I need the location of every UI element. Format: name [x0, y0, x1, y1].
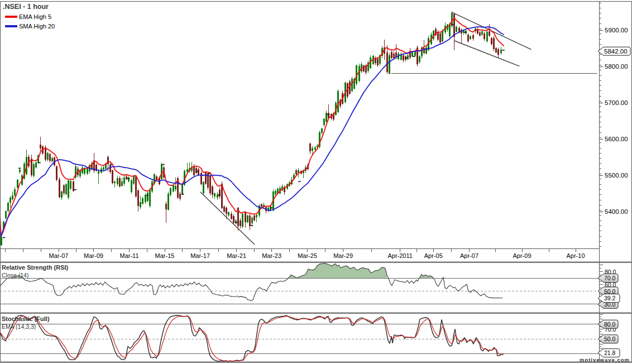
svg-text:Apr-05: Apr-05 — [424, 252, 443, 259]
svg-text:Mar-11: Mar-11 — [119, 252, 138, 259]
svg-text:Stochastic (Full): Stochastic (Full) — [2, 315, 50, 322]
svg-text:Mar-09: Mar-09 — [84, 252, 103, 259]
svg-text:Apr-2011: Apr-2011 — [387, 252, 412, 259]
svg-text:SMA High 20: SMA High 20 — [19, 23, 55, 30]
svg-text:5400.00: 5400.00 — [605, 208, 628, 215]
svg-text:70.0: 70.0 — [604, 275, 616, 281]
svg-text:Relative Strength (RSI): Relative Strength (RSI) — [2, 264, 69, 271]
svg-text:Mar-07: Mar-07 — [49, 252, 69, 259]
svg-text:Apr-10: Apr-10 — [566, 252, 585, 259]
svg-text:Apr-09: Apr-09 — [513, 252, 531, 259]
svg-text:Close (14): Close (14) — [2, 272, 28, 279]
svg-text:5700.00: 5700.00 — [605, 99, 628, 106]
svg-text:5800.00: 5800.00 — [605, 63, 628, 70]
svg-text:50.0: 50.0 — [604, 336, 616, 342]
svg-text:Mar-23: Mar-23 — [262, 252, 281, 259]
svg-text:Apr-07: Apr-07 — [460, 252, 478, 259]
svg-text:Mar-15: Mar-15 — [155, 252, 175, 259]
svg-text:80.0: 80.0 — [604, 321, 616, 328]
svg-text:.NSEI - 1 hour: .NSEI - 1 hour — [3, 3, 49, 11]
svg-text:Mar-21: Mar-21 — [227, 252, 246, 259]
svg-text:EMA (14,3,3): EMA (14,3,3) — [2, 323, 36, 330]
svg-text:5900.00: 5900.00 — [605, 27, 628, 33]
svg-text:Mar-17: Mar-17 — [190, 252, 210, 259]
svg-text:21.8: 21.8 — [604, 349, 616, 356]
svg-text:5500.00: 5500.00 — [605, 172, 628, 179]
svg-text:Mar-25: Mar-25 — [298, 252, 317, 259]
svg-text:5600.00: 5600.00 — [605, 136, 628, 142]
svg-text:5842.00: 5842.00 — [604, 48, 628, 55]
svg-text:EMA High 5: EMA High 5 — [19, 13, 51, 20]
svg-text:Mar-29: Mar-29 — [333, 252, 353, 259]
svg-text:50.0: 50.0 — [604, 288, 616, 295]
svg-text:39.2: 39.2 — [604, 295, 616, 301]
svg-text:motivewave.com: motivewave.com — [580, 357, 630, 363]
